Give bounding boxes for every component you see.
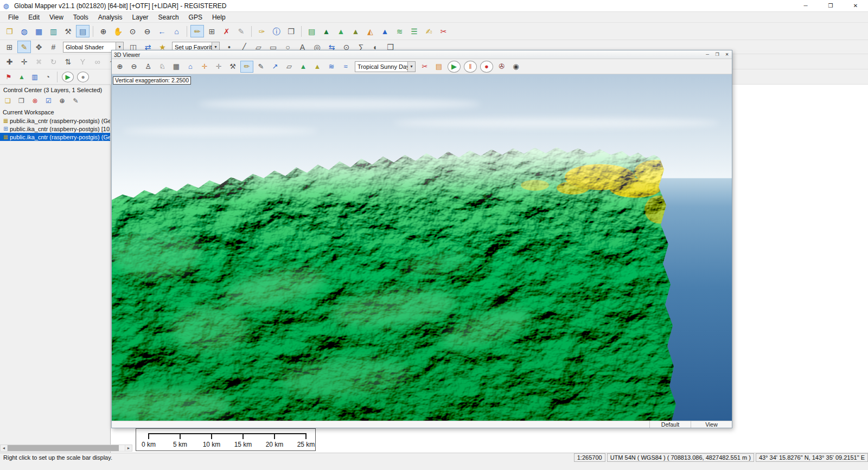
zoom-in-3d[interactable]: ⊕ (113, 61, 126, 73)
gps-chart[interactable]: ▥ (29, 72, 41, 82)
cut-3d[interactable]: ✂ (418, 61, 431, 73)
map-layout[interactable]: ▥ (47, 25, 60, 37)
wireframe-toggle[interactable]: ▦ (170, 61, 183, 73)
crosshair-toggle[interactable]: ✛ (212, 61, 225, 73)
measure-path-3d[interactable]: ↗ (269, 61, 282, 73)
elevation-legend[interactable]: ▤ (305, 25, 318, 37)
scroll-left-button[interactable]: ◄ (1, 445, 8, 451)
minimize-button[interactable]: ─ (793, 0, 818, 11)
terrain-3d-scene[interactable]: Vertical exaggeration: 2.2500 (112, 74, 732, 421)
select-vertices[interactable]: ✚ (3, 55, 16, 68)
generate-contours[interactable]: ≋ (393, 25, 406, 37)
center-target[interactable]: ✛ (198, 61, 211, 73)
edit-features[interactable]: ⊞ (205, 25, 219, 37)
atmosphere-select[interactable]: Tropical Sunny Day▾ (355, 61, 416, 72)
layer-row[interactable]: ▦public.ika_cntr (raspberry-postgis) (Ge… (0, 117, 110, 125)
viewer-settings[interactable]: ⚒ (226, 61, 239, 73)
path-profile[interactable]: ▲ (349, 25, 362, 37)
download-online-imagery[interactable]: ◍ (17, 25, 31, 37)
gps-terrain[interactable]: ▲ (16, 72, 28, 82)
layer-row[interactable]: ▦public.ika_cntr (raspberry-postgis) (Ge… (0, 133, 110, 141)
terrain-paint-low[interactable]: ▲ (297, 61, 310, 73)
snapshot-camera[interactable]: ◉ (509, 61, 522, 73)
gps-stop-tracking[interactable]: ● (77, 72, 89, 82)
pan-tool[interactable]: ✋ (111, 25, 125, 37)
menu-item-help[interactable]: Help (207, 12, 231, 23)
gps-start-tracking[interactable]: ▶ (62, 72, 74, 82)
pause-animation[interactable]: ‖ (464, 61, 477, 73)
menu-item-tools[interactable]: Tools (68, 12, 93, 23)
zoom-in[interactable]: ⊕ (97, 25, 110, 37)
record-video[interactable]: ✇ (495, 61, 508, 73)
viewer-title-bar[interactable]: 3D Viewer ─ ❐ ✕ (112, 50, 732, 59)
save-workspace[interactable]: ▦ (32, 25, 46, 37)
feature-pin[interactable]: ✑ (255, 25, 269, 37)
menu-item-view[interactable]: View (44, 12, 68, 23)
shader-options[interactable]: ✏ (240, 61, 253, 73)
terrain-paint-high[interactable]: ▲ (311, 61, 324, 73)
viewer-minimize-button[interactable]: ─ (703, 50, 712, 59)
layer-metadata[interactable]: ✎ (69, 95, 82, 106)
duplicate-layer[interactable]: ❐ (15, 95, 28, 106)
delete-feature[interactable]: ✗ (220, 25, 233, 37)
layer-row[interactable]: ⊞public.ika_cntr (raspberry-postgis) [10… (0, 125, 110, 133)
play-animation[interactable]: ▶ (448, 61, 461, 73)
draw-path-3d[interactable]: ✎ (254, 61, 267, 73)
menu-item-layer[interactable]: Layer (127, 12, 154, 23)
snapping-toggle[interactable]: # (47, 41, 60, 53)
menu-item-gps[interactable]: GPS (184, 12, 207, 23)
feature-info[interactable]: ⓘ (270, 25, 283, 37)
move-feature[interactable]: ✥ (32, 41, 46, 53)
view-shed-analysis[interactable]: ◭ (363, 25, 377, 37)
fence-diagram[interactable]: ▤ (432, 61, 445, 73)
resize-feature[interactable]: ⇅ (61, 55, 75, 68)
scroll-right-button[interactable]: ► (125, 445, 132, 451)
walk-mode[interactable]: ♙ (142, 61, 155, 73)
open-data-file[interactable]: ❏ (2, 95, 14, 106)
viewer-maximize-button[interactable]: ❐ (712, 50, 722, 59)
zoom-tool[interactable]: ⊙ (126, 25, 139, 37)
terrain-flatten[interactable]: ☰ (407, 25, 421, 37)
configuration[interactable]: ⚒ (61, 25, 75, 37)
terrain-shader[interactable]: ▲ (320, 25, 333, 37)
close-layer[interactable]: ⊗ (29, 95, 41, 106)
horizontal-scrollbar[interactable]: ◄ ► (0, 445, 132, 452)
menu-item-analysis[interactable]: Analysis (93, 12, 127, 23)
previous-view[interactable]: ← (155, 25, 169, 37)
watershed-analysis[interactable]: ▲ (378, 25, 392, 37)
record-animation[interactable]: ● (480, 61, 493, 73)
zoom-to-layer[interactable]: ⊕ (56, 95, 68, 106)
digitizer-edit[interactable]: ✎ (17, 41, 31, 53)
terrain-3d-view[interactable]: ▲ (334, 25, 348, 37)
scrollbar-track[interactable] (8, 445, 125, 451)
viewer-close-button[interactable]: ✕ (722, 50, 732, 59)
zoom-out-3d[interactable]: ⊖ (127, 61, 141, 73)
gps-flag[interactable]: ⚑ (3, 72, 15, 82)
water-level-lower[interactable]: ≈ (339, 61, 352, 73)
layer-options[interactable]: ☑ (42, 95, 55, 106)
select-polygon-3d[interactable]: ▱ (283, 61, 296, 73)
viewer-preset-default[interactable]: Default (649, 421, 691, 428)
reset-view[interactable]: ⌂ (184, 61, 197, 73)
menu-item-edit[interactable]: Edit (23, 12, 44, 23)
zoom-out[interactable]: ⊖ (141, 25, 154, 37)
fly-mode[interactable]: ♘ (156, 61, 169, 73)
restore-button[interactable]: ❐ (818, 0, 843, 11)
scrollbar-thumb[interactable] (8, 445, 119, 451)
measure-tool[interactable]: ✎ (234, 25, 248, 37)
full-extent-view[interactable]: ⌂ (170, 25, 183, 37)
close-button[interactable]: ✕ (843, 0, 868, 11)
crop-tool[interactable]: ✂ (437, 25, 450, 37)
gps-gauge[interactable]: ◔ (42, 72, 54, 82)
insert-vertex[interactable]: ✛ (17, 55, 31, 68)
digitizer-tool[interactable]: ✏ (190, 25, 204, 37)
open-file[interactable]: ❐ (3, 25, 16, 37)
water-level-raise[interactable]: ≋ (325, 61, 338, 73)
menu-item-file[interactable]: File (3, 12, 23, 23)
attribute-editor[interactable]: ❒ (284, 25, 298, 37)
script-editor[interactable]: ✍ (422, 25, 436, 37)
menu-item-search[interactable]: Search (154, 12, 184, 23)
control-center-toggle[interactable]: ▤ (76, 25, 90, 37)
viewer-view-menu[interactable]: View (691, 421, 732, 428)
chevron-down-icon[interactable]: ▾ (407, 62, 415, 72)
